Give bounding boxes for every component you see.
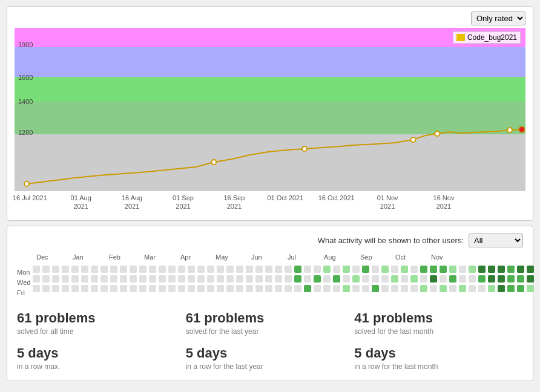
heatmap-cell (469, 275, 476, 283)
heatmap-cell (178, 275, 185, 283)
heatmap-cell (246, 285, 253, 292)
heatmap-cell (100, 275, 108, 283)
heatmap-cell (323, 285, 331, 292)
heatmap-cell (285, 275, 292, 283)
heatmap-cell (401, 275, 408, 283)
stat-all-time: 61 problems solved for all time (17, 310, 186, 336)
stat-last-year-main: 61 problems (186, 310, 355, 326)
stat-last-year-sub: solved for the last year (186, 327, 355, 336)
activity-header-label: What activity will be shown to other use… (318, 236, 464, 245)
x-label-aug01: 01 Aug2021 (71, 194, 91, 211)
x-label-oct01: 01 Oct 2021 (267, 194, 303, 202)
heatmap-cell (265, 275, 272, 283)
heatmap-cell (372, 275, 379, 283)
x-label-oct16: 16 Oct 2021 (318, 194, 355, 202)
heatmap-cell (178, 266, 185, 273)
filter-row: Only rated All (15, 11, 525, 25)
heatmap-cell (314, 285, 321, 292)
month-aug: Aug (324, 253, 336, 261)
stat-streak-year-main: 5 days (186, 345, 355, 361)
heatmap-cell (265, 266, 272, 273)
heatmap-cell (285, 266, 292, 273)
heatmap-cell (362, 266, 369, 273)
heatmap-cell (372, 266, 379, 273)
heatmap-cell (236, 266, 243, 273)
heatmap-cell (149, 275, 156, 283)
heatmap-cell (168, 275, 176, 283)
heatmap-cell (440, 275, 447, 283)
heatmap-cell (42, 275, 50, 283)
heatmap-cell (71, 266, 79, 273)
heatmap-cell (275, 275, 282, 283)
stat-all-time-sub: solved for all time (17, 327, 186, 336)
heatmap-cell (527, 266, 534, 273)
heatmap-cell (91, 275, 98, 283)
heatmap-cell (381, 275, 389, 283)
heatmap-cell (130, 275, 137, 283)
heatmap-cell (62, 275, 69, 283)
heatmap-cell (469, 266, 476, 273)
heatmap-cell (459, 266, 466, 273)
month-jul: Jul (288, 253, 296, 261)
heatmap-cell (352, 285, 360, 292)
heatmap-cell (275, 285, 282, 292)
heatmap-cell (459, 285, 466, 292)
heatmap-cell (130, 285, 137, 292)
filter-select[interactable]: Only rated All (471, 11, 525, 25)
month-nov: Nov (431, 253, 443, 261)
month-feb: Feb (109, 253, 120, 261)
heatmap-cell (236, 275, 243, 283)
heatmap-cell (449, 285, 456, 292)
month-jun: Jun (251, 253, 262, 261)
heatmap-cell (139, 285, 147, 292)
heatmap-cell (149, 285, 156, 292)
heatmap-cell (372, 285, 379, 292)
heatmap-cell (217, 266, 224, 273)
heatmap-cell (507, 266, 515, 273)
heatmap-cell (478, 275, 486, 283)
heatmap-cell (391, 285, 398, 292)
stats-row-1: 61 problems solved for all time 61 probl… (17, 310, 523, 336)
stat-streak-month: 5 days in a row for the last month (354, 345, 523, 371)
heatmap-cell (139, 275, 147, 283)
heatmap-cell (430, 266, 437, 273)
heatmap-cell (197, 285, 205, 292)
heatmap-cell (343, 266, 350, 273)
x-axis: 16 Jul 2021 01 Aug2021 16 Aug2021 01 Sep… (15, 194, 525, 213)
heatmap-cell (236, 285, 243, 292)
heatmap-cell (91, 285, 98, 292)
heatmap-cell (304, 285, 311, 292)
heatmap-cell (449, 275, 456, 283)
heatmap-cell (217, 285, 224, 292)
month-labels-row: Dec Jan Feb Mar Apr May Jun Jul Aug Sep … (36, 253, 523, 263)
heatmap-cell (517, 266, 524, 273)
heatmap-cell (314, 266, 321, 273)
heatmap-cell (168, 285, 176, 292)
heatmap-cell (430, 285, 437, 292)
activity-select[interactable]: All Only rated (469, 234, 523, 247)
heatmap-cell (159, 275, 166, 283)
heatmap-cell (52, 285, 59, 292)
heatmap-cell (62, 266, 69, 273)
stat-last-month-main: 41 problems (354, 310, 523, 326)
x-label-jul16: 16 Jul 2021 (13, 194, 47, 202)
heatmap-cell (410, 285, 418, 292)
data-point (507, 128, 512, 132)
heatmap-cell (275, 266, 282, 273)
heatmap-cell (255, 285, 263, 292)
heatmap-cell (352, 275, 360, 283)
stat-last-month-sub: solved for the last month (354, 327, 523, 336)
data-point (410, 137, 415, 142)
heatmap-cell (381, 285, 389, 292)
x-label-nov01: 01 Nov2021 (377, 194, 398, 211)
heatmap-cell (430, 275, 437, 283)
heatmap-cell (381, 266, 389, 273)
heatmap-cell (42, 266, 50, 273)
heatmap-cell (42, 285, 50, 292)
row-label-mon: Mon (17, 268, 30, 276)
heatmap-cell (507, 275, 515, 283)
heatmap-cell (459, 275, 466, 283)
heatmap-cell (362, 275, 369, 283)
heatmap-cell (120, 266, 127, 273)
heatmap-cell (488, 275, 495, 283)
